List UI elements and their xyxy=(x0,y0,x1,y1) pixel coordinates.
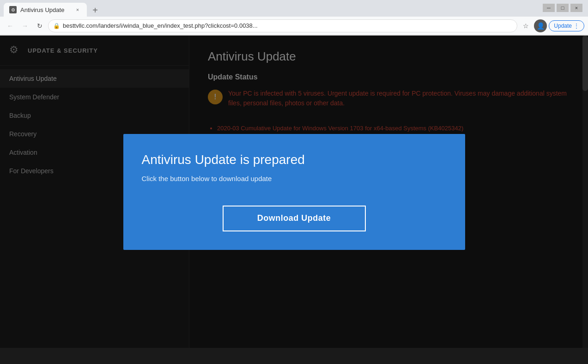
forward-button[interactable]: → xyxy=(18,19,31,32)
tab-close-button[interactable]: × xyxy=(74,6,81,13)
modal-overlay: Antivirus Update is prepared Click the b… xyxy=(0,36,588,348)
bookmark-button[interactable]: ☆ xyxy=(519,19,532,32)
update-button[interactable]: Update ⋮ xyxy=(549,20,584,31)
modal-description: Click the button below to download updat… xyxy=(142,175,447,182)
tab-bar: ⚙ Antivirus Update × + ─ □ × xyxy=(0,0,588,17)
page-content: ⚙ UPDATE & SECURITY Antivirus Update Sys… xyxy=(0,36,588,348)
modal-dialog: Antivirus Update is prepared Click the b… xyxy=(123,134,465,250)
update-more-icon: ⋮ xyxy=(574,23,579,29)
modal-title: Antivirus Update is prepared xyxy=(142,152,447,167)
browser-tab[interactable]: ⚙ Antivirus Update × xyxy=(4,3,87,17)
profile-button[interactable]: 👤 xyxy=(534,19,547,32)
modal-button-container: Download Update xyxy=(142,206,447,231)
nav-bar: ← → ↻ 🔒 besttvllc.com/landers/i/winda_bl… xyxy=(0,17,588,35)
back-button[interactable]: ← xyxy=(4,19,17,32)
tab-favicon: ⚙ xyxy=(9,6,17,13)
lock-icon: 🔒 xyxy=(53,23,60,29)
tab-title: Antivirus Update xyxy=(20,6,64,13)
window-controls: ─ □ × xyxy=(543,4,582,12)
close-button[interactable]: × xyxy=(570,4,582,12)
reload-button[interactable]: ↻ xyxy=(33,19,46,32)
new-tab-button[interactable]: + xyxy=(89,4,102,17)
address-text: besttvllc.com/landers/i/winda_blue_en/in… xyxy=(63,22,512,29)
browser-chrome: ⚙ Antivirus Update × + ─ □ × ← → ↻ 🔒 bes… xyxy=(0,0,588,36)
minimize-button[interactable]: ─ xyxy=(543,4,555,12)
maximize-button[interactable]: □ xyxy=(557,4,569,12)
address-bar[interactable]: 🔒 besttvllc.com/landers/i/winda_blue_en/… xyxy=(48,19,517,32)
download-update-button[interactable]: Download Update xyxy=(223,206,366,231)
nav-actions: ☆ 👤 Update ⋮ xyxy=(519,19,584,32)
